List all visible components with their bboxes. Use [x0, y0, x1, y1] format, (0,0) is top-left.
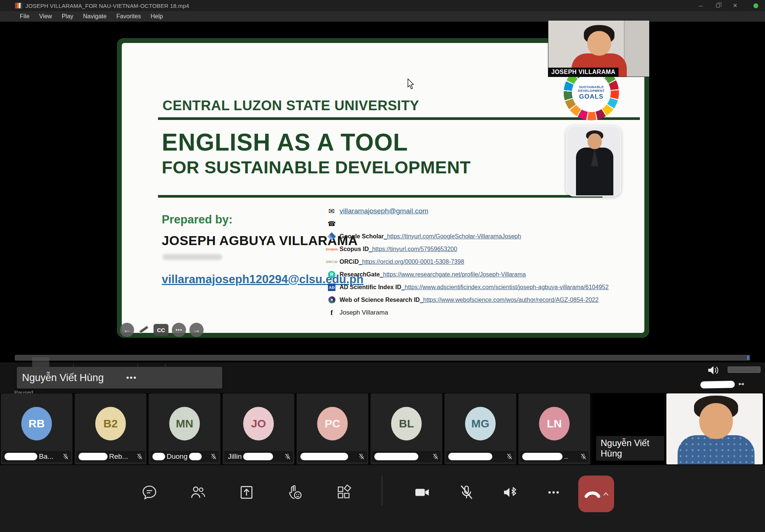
redacted-name-blob	[522, 453, 563, 460]
mic-muted-icon	[507, 454, 512, 460]
redacted-status-blob	[700, 381, 735, 389]
video-display-area: CENTRAL LUZON STATE UNIVERSITY ENGLISH A…	[0, 22, 765, 355]
redacted-name-blob	[4, 453, 37, 460]
volume-icon[interactable]	[707, 365, 720, 377]
avatar: BL	[391, 407, 422, 440]
menu-bar: File View Play Navigate Favorites Help	[0, 11, 765, 22]
window-title: JOSEPH VILLARAMA_FOR NAU-VIETNAM-OCTOBER…	[25, 3, 189, 9]
active-speaker-name-tag: Nguyễn Viết Hùng •••	[17, 367, 222, 389]
avatar: MG	[465, 407, 496, 440]
sdg-text: SUSTAINABLE	[579, 85, 604, 89]
participant-tile[interactable]: MN Duong	[149, 393, 220, 464]
redacted-name-blob	[300, 453, 348, 460]
mic-muted-icon	[285, 454, 291, 460]
toolbar-divider	[382, 476, 382, 505]
chat-button[interactable]	[139, 482, 160, 503]
seek-position-tick	[747, 356, 749, 360]
redacted-name-blob	[243, 453, 273, 460]
presenter-webcam: JOSEPH VILLARAMA	[548, 21, 649, 77]
apps-button[interactable]	[333, 482, 354, 503]
minimize-button[interactable]: ─	[692, 0, 709, 11]
participants-button[interactable]	[188, 482, 208, 503]
participant-tile[interactable]: JO Jillin	[223, 393, 294, 464]
redacted-name-blob	[189, 453, 202, 460]
title-bar: JOSEPH VILLARAMA_FOR NAU-VIETNAM-OCTOBER…	[0, 0, 765, 11]
fit-width-icon[interactable]: ▸◂	[739, 380, 743, 387]
mute-button[interactable]	[456, 482, 477, 503]
sdg-text: GOALS	[579, 93, 603, 100]
share-screen-button[interactable]	[236, 482, 257, 503]
redacted-name-blob	[374, 453, 418, 460]
menu-favorites[interactable]: Favorites	[111, 11, 146, 22]
menu-navigate[interactable]: Navigate	[78, 11, 111, 22]
mic-muted-icon	[211, 454, 217, 460]
sdg-text: DEVELOPMENT	[578, 89, 605, 93]
slide-divider-bottom	[158, 195, 603, 198]
pencil-icon	[137, 324, 150, 336]
reactions-button[interactable]	[285, 482, 306, 503]
redacted-name-blob	[152, 453, 165, 460]
restore-button[interactable]	[709, 0, 727, 11]
mic-muted-icon	[359, 454, 365, 460]
status-dot-icon	[753, 3, 758, 8]
restore-icon	[716, 4, 720, 7]
slide-more-icon: •••	[172, 323, 186, 337]
chevron-up-icon	[603, 492, 608, 496]
participant-tile[interactable]: B2 Reb...	[75, 393, 146, 464]
author-portrait-photo	[566, 126, 621, 197]
handset-icon	[584, 489, 601, 499]
end-call-button[interactable]	[578, 476, 614, 512]
participant-tile[interactable]: PC	[297, 393, 368, 464]
redacted-name-blob	[448, 453, 492, 460]
menu-file[interactable]: File	[15, 11, 34, 22]
speaker-name: Nguyễn Viết Hùng	[22, 372, 104, 384]
avatar: B2	[95, 407, 126, 440]
participant-name: ..	[564, 452, 568, 461]
slide-forward-icon: →	[189, 323, 204, 337]
menu-view[interactable]: View	[34, 11, 57, 22]
volume-slider[interactable]	[728, 366, 761, 373]
mic-muted-icon	[433, 454, 439, 460]
avatar: LN	[539, 407, 570, 440]
speaker-more-options-button[interactable]: •••	[126, 373, 137, 383]
redacted-name-blob	[78, 453, 108, 460]
avatar: MN	[169, 407, 200, 440]
video-button[interactable]	[412, 482, 433, 503]
participant-tile[interactable]: BL	[371, 393, 442, 464]
slide-nav-controls: ← CC ••• →	[120, 323, 204, 337]
avatar: JO	[243, 407, 274, 440]
participant-tile-webcam[interactable]	[666, 393, 763, 464]
meeting-toolbar	[0, 465, 765, 532]
avatar: RB	[21, 407, 52, 440]
participant-name: Jillin	[228, 452, 242, 461]
audio-bluetooth-button[interactable]	[499, 482, 520, 503]
participant-tile[interactable]: RB Ba...	[1, 393, 72, 464]
mic-muted-icon	[137, 454, 143, 460]
presenter-name-label: JOSEPH VILLARAMA	[548, 68, 619, 77]
participant-tile-camera-off[interactable]: Nguyễn Viết Hùng	[592, 393, 664, 464]
avatar: PC	[317, 407, 348, 440]
more-options-button[interactable]	[543, 482, 564, 503]
participant-tile[interactable]: MG	[445, 393, 516, 464]
seek-bar[interactable]	[15, 355, 750, 361]
participant-name: Nguyễn Viết Hùng	[596, 436, 664, 461]
participant-name: Duong	[167, 452, 188, 461]
menu-play[interactable]: Play	[57, 11, 78, 22]
participant-name: Ba...	[39, 452, 53, 461]
participant-tile[interactable]: LN ..	[518, 393, 590, 464]
menu-help[interactable]: Help	[146, 11, 168, 22]
participant-name: Reb...	[109, 452, 128, 461]
slide-back-icon: ←	[120, 323, 134, 337]
closed-captions-icon: CC	[154, 324, 168, 336]
mic-muted-icon	[580, 454, 586, 460]
close-button[interactable]: ✕	[727, 0, 744, 11]
participant-strip: RB Ba... B2 Reb... MN Duong JO Jillin	[0, 393, 765, 465]
media-player-app-icon	[15, 3, 22, 9]
mouse-cursor	[407, 78, 415, 90]
app-window: JOSEPH VILLARAMA_FOR NAU-VIETNAM-OCTOBER…	[0, 0, 765, 532]
mic-muted-icon	[63, 454, 69, 460]
